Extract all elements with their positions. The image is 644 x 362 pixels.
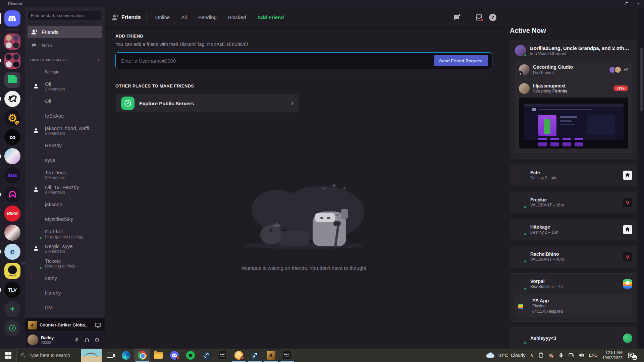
dm-list-item[interactable]: Top Dogs3 Members bbox=[28, 167, 102, 182]
activity-card[interactable]: VorpalBlueStacks 5 – 4hPS AppPlaying04:1… bbox=[510, 273, 637, 322]
activity-card[interactable]: Ashleyyy<3 bbox=[510, 327, 637, 349]
server-folder-r6-ops[interactable] bbox=[0, 52, 25, 70]
server-server-bde[interactable]: BDE bbox=[0, 166, 25, 184]
sidebar-item-nitro[interactable]: Nitro bbox=[28, 39, 102, 51]
dm-avatar bbox=[30, 243, 42, 254]
server-server-anime[interactable] bbox=[0, 147, 25, 165]
snip-tool-icon[interactable] bbox=[538, 352, 544, 358]
activity-card[interactable]: RachelBhinoVALORANT – 40mV bbox=[510, 246, 637, 267]
tab-add-friend[interactable]: Add Friend bbox=[254, 13, 287, 21]
server-server-esports[interactable]: e bbox=[0, 243, 25, 261]
dm-list-item[interactable]: Nergic, syye3 Members bbox=[28, 241, 102, 256]
activity-card[interactable]: FreckieVALORANT – 16mV bbox=[510, 192, 637, 213]
server-explore-servers[interactable] bbox=[0, 319, 25, 337]
dm-list-item[interactable]: !eScApe bbox=[28, 108, 102, 123]
dm-list-item[interactable]: Oli bbox=[28, 94, 102, 108]
taskbar-app-task-view[interactable] bbox=[102, 349, 118, 362]
dm-list-item[interactable]: Oli2 Members bbox=[28, 79, 102, 94]
network-icon[interactable] bbox=[568, 352, 574, 358]
dm-list-item[interactable]: MystifiedSky bbox=[28, 212, 102, 226]
taskbar-app-csgo[interactable] bbox=[263, 349, 279, 362]
close-button[interactable]: × bbox=[633, 0, 644, 7]
dm-list-item[interactable]: Oli, 19, Rexzdy4 Members bbox=[28, 182, 102, 197]
taskbar-app-edge[interactable] bbox=[118, 349, 134, 362]
taskbar-apps: EPICGAMESEPICGAMES bbox=[102, 349, 295, 362]
help-button[interactable]: ? bbox=[489, 14, 496, 21]
screen-share-icon[interactable] bbox=[95, 322, 101, 328]
taskbar-app-file-explorer[interactable] bbox=[150, 349, 166, 362]
taskbar-app-game-launcher[interactable] bbox=[231, 349, 247, 362]
server-server-tlv[interactable]: TLV bbox=[0, 281, 25, 299]
server-folder-avatars[interactable] bbox=[0, 33, 25, 51]
stream-preview[interactable] bbox=[519, 98, 628, 148]
settings-button[interactable]: ⚙ bbox=[92, 335, 102, 345]
start-button[interactable] bbox=[0, 349, 16, 362]
taskbar-search[interactable]: Type here to search bbox=[16, 349, 102, 362]
tab-all[interactable]: All bbox=[178, 13, 190, 21]
server-server-neko[interactable]: NEKO bbox=[0, 204, 25, 223]
voice-activity-card[interactable]: Gorilla2Leng, Uncle Grandpa, and 2 other… bbox=[510, 40, 637, 159]
server-add-server[interactable]: + bbox=[0, 300, 25, 318]
server-server-green-folder[interactable] bbox=[0, 71, 25, 89]
dm-list-item[interactable]: syye bbox=[28, 153, 102, 167]
taskbar-app-epic-games[interactable]: EPICGAMES bbox=[215, 349, 231, 362]
server-server-ghost[interactable]: ᗣ bbox=[0, 185, 25, 203]
inbox-button[interactable] bbox=[475, 13, 483, 21]
language-indicator[interactable]: ENG bbox=[589, 353, 598, 358]
taskbar-app-chrome[interactable] bbox=[134, 349, 150, 362]
dm-list-item[interactable]: jaksooh, flood, waffle,...9 Members bbox=[28, 123, 102, 138]
username-input[interactable] bbox=[121, 58, 434, 64]
taskbar-app-steam-2[interactable] bbox=[247, 349, 263, 362]
active-now-scrollbar[interactable] bbox=[639, 7, 644, 349]
user-identity[interactable]: Bailey #3333 bbox=[41, 335, 54, 345]
dm-list-item[interactable]: DM bbox=[28, 300, 102, 315]
stream-row[interactable]: liljasianupnext Streaming Fortnite LIVE bbox=[515, 79, 632, 98]
dm-list-item[interactable]: xethy bbox=[28, 270, 102, 285]
taskbar-app-discord[interactable] bbox=[166, 349, 182, 362]
dm-list-item[interactable]: Rexzdy bbox=[28, 138, 102, 153]
taskbar-app-epic-games-2[interactable]: EPICGAMES bbox=[279, 349, 295, 362]
tray-expand-icon[interactable]: ∧ bbox=[530, 353, 533, 358]
new-group-dm-button[interactable] bbox=[453, 13, 461, 21]
activity-card[interactable]: FateDestiny 2 – 4h bbox=[510, 165, 637, 186]
minimize-button[interactable] bbox=[610, 0, 621, 7]
app-error-icon[interactable] bbox=[548, 352, 554, 358]
taskbar-app-spotify[interactable] bbox=[182, 349, 199, 362]
taskbar-clock[interactable]: 12:51 AM 19/03/2023 bbox=[602, 350, 623, 361]
weather-widget[interactable]: 18°C Cloudy bbox=[486, 352, 526, 358]
server-server-sailor[interactable] bbox=[0, 224, 25, 242]
taskbar-app-steam[interactable] bbox=[199, 349, 215, 362]
tab-online[interactable]: Online bbox=[152, 13, 173, 21]
maximize-button[interactable] bbox=[621, 0, 633, 7]
activity-card[interactable]: HitokageDestiny 2 – 16h bbox=[510, 219, 637, 240]
server-server-bypass[interactable]: BYPASS bbox=[0, 262, 25, 280]
tab-blocked[interactable]: Blocked bbox=[225, 13, 249, 21]
dm-list-item[interactable]: TicketsListening to /help bbox=[28, 256, 102, 270]
server-server-gear[interactable]: ⚙✓ bbox=[0, 109, 25, 127]
scrollbar-thumb[interactable] bbox=[640, 48, 643, 111]
search-conversation-input[interactable]: Find or start a conversation bbox=[28, 11, 101, 20]
mute-mic-button[interactable] bbox=[72, 335, 82, 345]
server-server-infinity[interactable]: ∞ bbox=[0, 128, 25, 146]
sidebar-item-friends[interactable]: Friends bbox=[28, 26, 102, 38]
voice-channel-row[interactable]: Gecording Gtudio Da General +2 bbox=[515, 61, 632, 79]
volume-icon[interactable] bbox=[578, 352, 584, 358]
server-home[interactable] bbox=[0, 9, 25, 27]
create-dm-icon[interactable]: + bbox=[97, 57, 100, 63]
server-initials: BDE bbox=[7, 173, 17, 178]
dm-list-item[interactable]: jaksooh bbox=[28, 197, 102, 212]
user-avatar[interactable] bbox=[28, 335, 38, 345]
server-initials: ∞ bbox=[9, 133, 16, 141]
dm-list-item[interactable]: Harchy bbox=[28, 285, 102, 300]
action-center-button[interactable]: 10 bbox=[627, 352, 635, 359]
dm-list-item[interactable]: Carl-botPlaying /help | carl.gg bbox=[28, 226, 102, 241]
tray-mic-icon[interactable] bbox=[558, 352, 564, 358]
send-friend-request-button[interactable]: Send Friend Request bbox=[434, 55, 488, 66]
deafen-button[interactable] bbox=[82, 335, 92, 345]
server-server-abstract[interactable] bbox=[0, 90, 25, 108]
current-game-label: Counter-Strike: Globa... bbox=[40, 322, 92, 327]
window-title: Discord bbox=[8, 2, 22, 6]
tab-pending[interactable]: Pending bbox=[195, 13, 220, 21]
dm-list-item[interactable]: Nergic bbox=[28, 64, 102, 79]
explore-public-servers-button[interactable]: Explore Public Servers › bbox=[115, 94, 299, 113]
